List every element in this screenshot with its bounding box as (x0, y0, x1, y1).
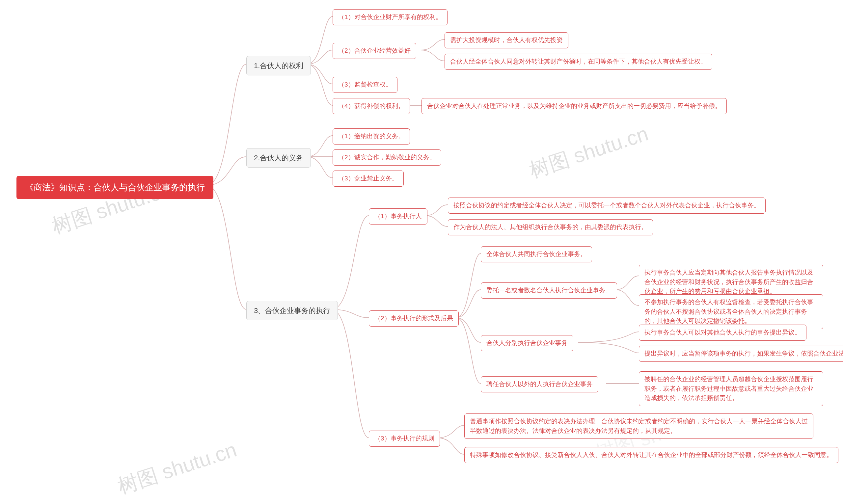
b3-c2d1[interactable]: 被聘任的合伙企业的经营管理人员超越合伙企业授权范围履行职务，或者在履行职务过程中… (639, 371, 823, 406)
b3-c3a[interactable]: 普通事项作按照合伙协议约定的表决办法办理。合伙协议未约定或者约定不明确的，实行合… (464, 413, 813, 439)
b3-c2[interactable]: （2）事务执行的形式及后果 (369, 310, 459, 327)
b2-c1[interactable]: （1）缴纳出资的义务。 (333, 128, 410, 145)
b1-c2[interactable]: （2）合伙企业经营效益好 (333, 43, 416, 59)
b3-c2b[interactable]: 委托一名或者数名合伙人执行合伙企业事务。 (481, 283, 617, 299)
b3-c2c2[interactable]: 提出异议时，应当暂停该项事务的执行，如果发生争议，依照合伙企业法的规定作出决定。 (639, 346, 843, 362)
b3-c3b[interactable]: 特殊事项如修改合伙协议、接受新合伙人入伙、合伙人对外转让其在合伙企业中的全部或部… (464, 447, 838, 463)
branch-1[interactable]: 1.合伙人的权利 (246, 56, 311, 75)
b3-c2d[interactable]: 聘任合伙人以外的人执行合伙企业事务 (481, 376, 598, 392)
mindmap-canvas: 树图 shutu.cn 树图 shutu.cn 树图 shutu.cn 树图 s… (0, 0, 843, 504)
b3-c2a[interactable]: 全体合伙人共同执行合伙企业事务。 (481, 246, 592, 263)
b1-c4[interactable]: （4）获得补偿的权利。 (333, 98, 410, 114)
branch-3[interactable]: 3、合伙企业事务的执行 (246, 301, 338, 320)
watermark: 树图 shutu.cn (114, 436, 240, 500)
branch-2[interactable]: 2.合伙人的义务 (246, 148, 311, 167)
b3-c1[interactable]: （1）事务执行人 (369, 209, 427, 224)
b2-c2[interactable]: （2）诚实合作，勤勉敬业的义务。 (333, 149, 441, 166)
b3-c1a[interactable]: 按照合伙协议的约定或者经全体合伙人决定，可以委托一个或者数个合伙人对外代表合伙企… (448, 198, 766, 214)
b1-c3[interactable]: （3）监督检查权。 (333, 77, 397, 93)
b1-c2b[interactable]: 合伙人经全体合伙人同意对外转让其财产份额时，在同等条件下，其他合伙人有优先受让权… (445, 54, 712, 70)
b3-c2c1[interactable]: 执行事务合伙人可以对其他合伙人执行的事务提出异议。 (639, 325, 806, 341)
b1-c2a[interactable]: 需扩大投资规模时，合伙人有权优先投资 (445, 32, 568, 48)
watermark: 树图 shutu.cn (525, 120, 652, 184)
b3-c2b2[interactable]: 不参加执行事务的合伙人有权监督检查，若受委托执行合伙事务的合伙人不按照合伙协议或… (639, 294, 823, 329)
b3-c2c[interactable]: 合伙人分别执行合伙企业事务 (481, 335, 573, 351)
root-node[interactable]: 《商法》知识点：合伙人与合伙企业事务的执行 (16, 176, 213, 199)
b3-c3[interactable]: （3）事务执行的规则 (369, 431, 440, 447)
b1-c1[interactable]: （1）对合伙企业财产所享有的权利。 (333, 9, 448, 25)
b3-c1b[interactable]: 作为合伙人的法人、其他组织执行合伙事务的，由其委派的代表执行。 (448, 219, 653, 235)
b1-c4a[interactable]: 合伙企业对合伙人在处理正常业务，以及为维持企业的业务或财产所支出的一切必要费用，… (422, 98, 727, 114)
b2-c3[interactable]: （3）竞业禁止义务。 (333, 170, 404, 187)
